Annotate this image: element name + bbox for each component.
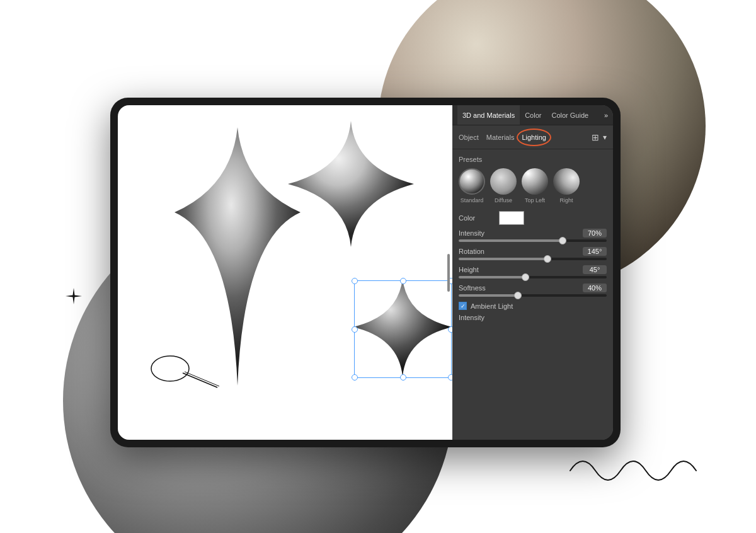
tab-lighting[interactable]: Lighting (522, 132, 546, 142)
preset-label-right: Right (559, 197, 573, 203)
ambient-light-checkbox[interactable] (459, 302, 467, 310)
tab-object[interactable]: Object (459, 132, 479, 142)
softness-thumb[interactable] (514, 292, 522, 299)
preset-label-top-left: Top Left (525, 197, 545, 203)
sparkle-decoration (64, 287, 83, 308)
softness-slider[interactable] (459, 294, 607, 297)
grid-icon[interactable]: ⊞ (592, 132, 599, 142)
softness-value[interactable]: 40% (583, 284, 607, 292)
softness-row: Softness 40% (459, 284, 607, 297)
ambient-light-label: Ambient Light (471, 302, 513, 310)
handle-top-center[interactable] (400, 278, 406, 284)
handle-bottom-center[interactable] (400, 374, 406, 381)
intensity-label: Intensity (459, 229, 484, 237)
preset-diffuse[interactable]: Diffuse (490, 168, 517, 203)
ambient-intensity-row: Intensity (459, 314, 607, 323)
intensity-row: Intensity 70% (459, 229, 607, 242)
presets-label: Presets (459, 156, 607, 163)
selection-box (354, 280, 452, 378)
preset-label-standard: Standard (461, 197, 484, 203)
softness-label: Softness (459, 284, 486, 292)
preset-sphere-standard (459, 168, 485, 195)
svg-line-2 (185, 372, 219, 386)
presets-grid: Standard Diffuse Top Left Right (459, 168, 607, 203)
preset-right[interactable]: Right (553, 168, 580, 203)
handle-top-left[interactable] (352, 278, 358, 284)
tab-3d-and-materials[interactable]: 3D and Materials (457, 105, 520, 125)
panel-icon-buttons: ⊞ ▾ (592, 132, 607, 142)
height-fill (459, 276, 525, 278)
panel-content: Presets Standard Diffuse Top Left (452, 149, 613, 440)
scroll-indicator[interactable] (447, 254, 450, 292)
rotation-label: Rotation (459, 248, 484, 255)
ambient-light-row: Ambient Light (459, 302, 607, 310)
expand-icon[interactable]: » (604, 112, 608, 119)
rotation-thumb[interactable] (544, 255, 551, 263)
annotation-left (135, 334, 249, 412)
color-label: Color (459, 214, 495, 222)
tab-color[interactable]: Color (520, 105, 546, 125)
tab-lighting-wrapper: Lighting (522, 132, 546, 142)
intensity-slider[interactable] (459, 239, 607, 242)
chevron-icon[interactable]: ▾ (603, 133, 607, 142)
rotation-fill (459, 258, 547, 260)
height-thumb[interactable] (522, 273, 529, 281)
preset-sphere-right (553, 168, 580, 195)
ambient-intensity-label: Intensity (459, 314, 484, 321)
annotation-bottom-right (564, 445, 702, 498)
intensity-value[interactable]: 70% (583, 229, 607, 238)
intensity-fill (459, 239, 563, 242)
right-panel: 3D and Materials Color Color Guide » Obj… (452, 105, 613, 440)
preset-top-left[interactable]: Top Left (522, 168, 548, 203)
handle-bottom-right[interactable] (448, 374, 452, 381)
preset-sphere-top-left (522, 168, 548, 195)
secondary-tabs: Object Materials Lighting ⊞ ▾ (452, 125, 613, 149)
preset-sphere-diffuse (490, 168, 517, 195)
height-row: Height 45° (459, 265, 607, 278)
height-slider[interactable] (459, 276, 607, 278)
preset-standard[interactable]: Standard (459, 168, 485, 203)
panel-top-tabs: 3D and Materials Color Color Guide » (452, 105, 613, 125)
color-row: Color (459, 211, 607, 225)
intensity-thumb[interactable] (559, 237, 566, 244)
preset-label-diffuse: Diffuse (495, 197, 512, 203)
color-swatch[interactable] (499, 211, 524, 225)
star-upper-right (285, 118, 417, 250)
tab-color-guide[interactable]: Color Guide (546, 105, 593, 125)
svg-line-1 (183, 373, 217, 387)
handle-mid-right[interactable] (448, 326, 452, 333)
handle-bottom-left[interactable] (352, 374, 358, 381)
height-label: Height (459, 266, 479, 273)
svg-point-0 (151, 356, 189, 381)
rotation-value[interactable]: 145° (583, 247, 607, 256)
rotation-row: Rotation 145° (459, 247, 607, 260)
handle-mid-left[interactable] (352, 326, 358, 333)
tab-materials[interactable]: Materials (486, 132, 515, 142)
rotation-slider[interactable] (459, 258, 607, 260)
height-value[interactable]: 45° (583, 265, 607, 274)
softness-fill (459, 294, 518, 297)
